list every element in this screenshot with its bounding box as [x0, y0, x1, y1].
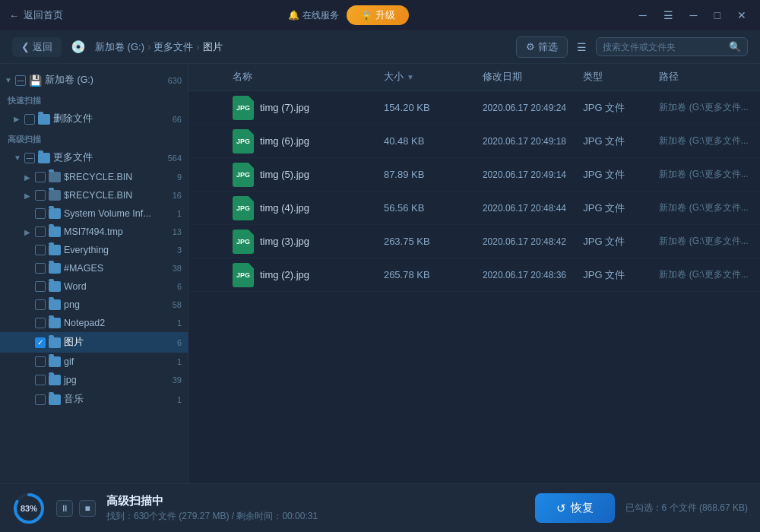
titlebar-controls: ─ ☰ ─ □ ✕ — [635, 8, 751, 23]
png-count: 58 — [173, 300, 182, 309]
deleted-checkbox[interactable] — [24, 114, 35, 125]
music-checkbox[interactable] — [35, 394, 46, 405]
jpg-checkbox[interactable] — [35, 375, 46, 385]
recycle2-label: $RECYCLE.BIN — [64, 190, 132, 201]
mages-checkbox[interactable] — [35, 263, 46, 274]
cell-type: JPG 文件 — [577, 268, 653, 282]
images-checkbox[interactable] — [35, 337, 46, 348]
cell-path: 新加卷 (G:\更多文件... — [653, 101, 760, 114]
cell-path: 新加卷 (G:\更多文件... — [653, 268, 760, 281]
window-minimize-button[interactable]: □ — [710, 8, 725, 23]
breadcrumb-root[interactable]: 新加卷 (G:) — [95, 40, 144, 54]
table-row[interactable]: JPG timg (6).jpg 40.48 KB 2020.06.17 20:… — [188, 125, 760, 158]
jpg-count: 39 — [173, 375, 182, 385]
png-checkbox[interactable] — [35, 299, 46, 310]
mages-label: #MAGES — [64, 263, 103, 274]
sidebar-item-recycle1[interactable]: ▶ $RECYCLE.BIN 9 — [0, 168, 188, 186]
msi-folder-icon — [49, 226, 61, 237]
sidebar-item-recycle2[interactable]: ▶ $RECYCLE.BIN 16 — [0, 186, 188, 204]
sysvol-folder-icon — [49, 208, 61, 219]
scan-info: 高级扫描中 找到：630个文件 (279.27 MB) / 剩余时间：00:00… — [106, 494, 524, 523]
restore-icon: ↺ — [556, 502, 566, 515]
sidebar-item-word[interactable]: Word 6 — [0, 277, 188, 296]
notepad-label: Notepad2 — [64, 318, 105, 328]
gif-label: gif — [64, 356, 74, 367]
recycle1-checkbox[interactable] — [35, 172, 46, 182]
back-button[interactable]: ❮ 返回 — [12, 37, 62, 57]
table-row[interactable]: JPG timg (4).jpg 56.56 KB 2020.06.17 20:… — [188, 192, 760, 225]
sidebar-item-more-files[interactable]: ▼ 更多文件 564 — [0, 147, 188, 168]
cell-date: 2020.06.17 20:49:14 — [477, 169, 577, 180]
th-type[interactable]: 类型 — [577, 71, 653, 84]
everything-checkbox[interactable] — [35, 245, 46, 255]
titlebar-back[interactable]: ← 返回首页 — [9, 8, 63, 22]
sidebar-item-images[interactable]: 图片 6 — [0, 332, 188, 353]
everything-folder-icon — [49, 245, 61, 255]
restore-button[interactable]: ─ — [686, 8, 702, 23]
sidebar-item-everything[interactable]: Everything 3 — [0, 241, 188, 259]
more-count: 564 — [168, 154, 182, 163]
jpg-file-icon: JPG — [233, 163, 254, 187]
online-service[interactable]: 🔔 在线服务 — [288, 9, 339, 22]
sidebar-item-png[interactable]: png 58 — [0, 296, 188, 314]
file-name: timg (5).jpg — [260, 169, 309, 180]
table-row[interactable]: JPG timg (3).jpg 263.75 KB 2020.06.17 20… — [188, 225, 760, 258]
word-label: Word — [64, 281, 87, 292]
music-count: 1 — [177, 395, 182, 404]
sidebar-item-system-vol[interactable]: System Volume Inf... 1 — [0, 204, 188, 223]
stop-button[interactable]: ■ — [79, 500, 96, 517]
cell-date: 2020.06.17 20:49:24 — [477, 103, 577, 113]
main-content: ▼ 💾 新加卷 (G:) 630 快速扫描 ▶ 删除文件 66 高级扫描 ▼ 更… — [0, 64, 760, 483]
sidebar-item-gif[interactable]: gif 1 — [0, 353, 188, 371]
cell-size: 40.48 KB — [378, 135, 477, 147]
sidebar-item-jpg[interactable]: jpg 39 — [0, 371, 188, 389]
th-name[interactable]: 名称 — [226, 71, 378, 84]
sidebar: ▼ 💾 新加卷 (G:) 630 快速扫描 ▶ 删除文件 66 高级扫描 ▼ 更… — [0, 64, 188, 483]
restore-button[interactable]: ↺ 恢复 — [535, 493, 615, 523]
close-button[interactable]: ✕ — [733, 8, 751, 23]
sidebar-item-music[interactable]: 音乐 1 — [0, 389, 188, 410]
more-checkbox[interactable] — [24, 153, 35, 163]
jpg-file-icon: JPG — [233, 96, 254, 120]
notepad-checkbox[interactable] — [35, 318, 46, 328]
titlebar-center: 🔔 在线服务 🔒 升级 — [288, 5, 409, 25]
maximize-button[interactable]: ☰ — [659, 8, 678, 23]
sysvol-count: 1 — [177, 209, 182, 218]
sidebar-item-notepad2[interactable]: Notepad2 1 — [0, 314, 188, 332]
deleted-folder-icon — [38, 114, 50, 125]
sysvol-checkbox[interactable] — [35, 208, 46, 219]
th-size[interactable]: 大小 ▼ — [378, 71, 477, 84]
selection-info: 已勾选：6 个文件 (868.67 KB) — [625, 502, 748, 515]
grid-view-button[interactable]: ☰ — [577, 41, 587, 53]
cell-date: 2020.06.17 20:48:44 — [477, 203, 577, 214]
images-count: 6 — [177, 338, 182, 347]
sidebar-item-deleted[interactable]: ▶ 删除文件 66 — [0, 109, 188, 129]
th-date[interactable]: 修改日期 — [477, 71, 577, 84]
recycle1-count: 9 — [177, 173, 182, 182]
msi-checkbox[interactable] — [35, 226, 46, 237]
sidebar-item-mages[interactable]: #MAGES 38 — [0, 259, 188, 277]
table-row[interactable]: JPG timg (7).jpg 154.20 KB 2020.06.17 20… — [188, 91, 760, 125]
search-input[interactable] — [603, 42, 724, 52]
search-box[interactable]: 🔍 — [596, 37, 748, 56]
breadcrumb-more[interactable]: 更多文件 — [154, 40, 193, 54]
cell-type: JPG 文件 — [577, 101, 653, 115]
table-row[interactable]: JPG timg (5).jpg 87.89 KB 2020.06.17 20:… — [188, 158, 760, 192]
sidebar-item-root[interactable]: ▼ 💾 新加卷 (G:) 630 — [0, 70, 188, 90]
table-row[interactable]: JPG timg (2).jpg 265.78 KB 2020.06.17 20… — [188, 258, 760, 292]
cell-size: 56.56 KB — [378, 202, 477, 214]
disk-icon: 💾 — [29, 74, 42, 87]
th-path[interactable]: 路径 — [653, 71, 760, 84]
msi-count: 13 — [173, 227, 182, 236]
file-name: timg (4).jpg — [260, 202, 309, 214]
root-checkbox[interactable] — [15, 75, 26, 86]
sidebar-item-msi-tmp[interactable]: ▶ MSI7f494.tmp 13 — [0, 223, 188, 241]
word-checkbox[interactable] — [35, 281, 46, 292]
pause-button[interactable]: ⏸ — [56, 500, 73, 517]
minimize-button[interactable]: ─ — [635, 8, 651, 23]
filter-button[interactable]: ⚙ 筛选 — [516, 36, 568, 58]
gif-count: 1 — [177, 357, 182, 366]
gif-checkbox[interactable] — [35, 356, 46, 367]
recycle2-checkbox[interactable] — [35, 190, 46, 201]
upgrade-button[interactable]: 🔒 升级 — [347, 5, 409, 25]
